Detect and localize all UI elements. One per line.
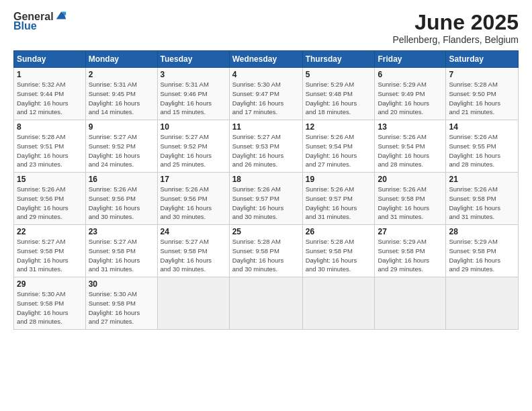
logo-blue: Blue bbox=[13, 20, 37, 32]
day-number: 17 bbox=[161, 175, 226, 184]
daylight-minutes: and 30 minutes. bbox=[232, 213, 278, 220]
sunrise-label: Sunrise: 5:27 AM bbox=[89, 238, 137, 245]
sunrise-label: Sunrise: 5:27 AM bbox=[161, 133, 209, 140]
sunrise-label: Sunrise: 5:29 AM bbox=[306, 81, 354, 88]
calendar-cell bbox=[302, 277, 375, 330]
calendar-cell: 26Sunrise: 5:28 AMSunset: 9:58 PMDayligh… bbox=[302, 225, 375, 277]
sunrise-label: Sunrise: 5:28 AM bbox=[306, 238, 354, 245]
sunrise-label: Sunrise: 5:27 AM bbox=[232, 133, 281, 140]
sunrise-label: Sunrise: 5:29 AM bbox=[378, 238, 426, 245]
daylight-label: Daylight: 16 hours bbox=[17, 309, 69, 316]
calendar-cell: 12Sunrise: 5:26 AMSunset: 9:54 PMDayligh… bbox=[302, 120, 375, 173]
calendar-cell: 11Sunrise: 5:27 AMSunset: 9:53 PMDayligh… bbox=[229, 120, 302, 173]
daylight-minutes: and 29 minutes. bbox=[378, 265, 423, 273]
weekday-header-tuesday: Tuesday bbox=[157, 51, 229, 68]
sunrise-label: Sunrise: 5:26 AM bbox=[306, 133, 354, 140]
day-number: 4 bbox=[232, 70, 300, 79]
calendar-cell: 24Sunrise: 5:27 AMSunset: 9:58 PMDayligh… bbox=[157, 225, 229, 277]
day-info: Sunrise: 5:26 AMSunset: 9:54 PMDaylight:… bbox=[306, 132, 372, 169]
sunrise-label: Sunrise: 5:26 AM bbox=[378, 133, 426, 140]
daylight-minutes: and 28 minutes. bbox=[378, 161, 423, 168]
sunset-label: Sunset: 9:58 PM bbox=[449, 247, 496, 255]
daylight-label: Daylight: 16 hours bbox=[161, 152, 212, 159]
sunset-label: Sunset: 9:58 PM bbox=[378, 195, 425, 202]
calendar-cell: 27Sunrise: 5:29 AMSunset: 9:58 PMDayligh… bbox=[375, 225, 446, 277]
daylight-label: Daylight: 16 hours bbox=[89, 204, 140, 212]
day-info: Sunrise: 5:27 AMSunset: 9:58 PMDaylight:… bbox=[161, 237, 226, 274]
day-info: Sunrise: 5:28 AMSunset: 9:51 PMDaylight:… bbox=[17, 132, 83, 169]
daylight-minutes: and 31 minutes. bbox=[449, 213, 494, 220]
sunrise-label: Sunrise: 5:26 AM bbox=[449, 185, 497, 193]
calendar-cell: 6Sunrise: 5:29 AMSunset: 9:49 PMDaylight… bbox=[375, 68, 446, 120]
calendar-cell: 15Sunrise: 5:26 AMSunset: 9:56 PMDayligh… bbox=[14, 173, 86, 225]
calendar-cell: 22Sunrise: 5:27 AMSunset: 9:58 PMDayligh… bbox=[14, 225, 86, 277]
day-number: 11 bbox=[232, 122, 300, 132]
daylight-label: Daylight: 16 hours bbox=[449, 204, 500, 212]
calendar-week-row: 22Sunrise: 5:27 AMSunset: 9:58 PMDayligh… bbox=[14, 225, 519, 277]
daylight-label: Daylight: 16 hours bbox=[161, 99, 212, 107]
calendar-cell: 13Sunrise: 5:26 AMSunset: 9:54 PMDayligh… bbox=[375, 120, 446, 173]
calendar-cell: 17Sunrise: 5:26 AMSunset: 9:56 PMDayligh… bbox=[157, 173, 229, 225]
day-number: 1 bbox=[17, 70, 83, 79]
calendar-cell: 5Sunrise: 5:29 AMSunset: 9:48 PMDaylight… bbox=[302, 68, 375, 120]
title-block: June 2025 Pellenberg, Flanders, Belgium bbox=[392, 11, 519, 45]
sunrise-label: Sunrise: 5:27 AM bbox=[17, 238, 65, 245]
day-number: 7 bbox=[449, 70, 515, 79]
daylight-label: Daylight: 16 hours bbox=[161, 204, 212, 212]
sunrise-label: Sunrise: 5:26 AM bbox=[449, 133, 497, 140]
daylight-minutes: and 27 minutes. bbox=[306, 161, 351, 168]
calendar-cell bbox=[229, 277, 302, 330]
daylight-label: Daylight: 16 hours bbox=[17, 204, 69, 212]
day-info: Sunrise: 5:26 AMSunset: 9:54 PMDaylight:… bbox=[378, 132, 443, 169]
day-info: Sunrise: 5:27 AMSunset: 9:58 PMDaylight:… bbox=[89, 237, 154, 274]
day-info: Sunrise: 5:26 AMSunset: 9:55 PMDaylight:… bbox=[449, 132, 515, 169]
day-number: 16 bbox=[89, 175, 154, 184]
day-info: Sunrise: 5:26 AMSunset: 9:57 PMDaylight:… bbox=[306, 185, 372, 222]
logo: General Blue bbox=[13, 11, 67, 32]
daylight-label: Daylight: 16 hours bbox=[89, 152, 140, 159]
sunset-label: Sunset: 9:47 PM bbox=[232, 90, 279, 97]
sunset-label: Sunset: 9:58 PM bbox=[232, 247, 279, 255]
daylight-label: Daylight: 16 hours bbox=[232, 99, 284, 107]
calendar-cell: 23Sunrise: 5:27 AMSunset: 9:58 PMDayligh… bbox=[85, 225, 157, 277]
calendar-cell: 28Sunrise: 5:29 AMSunset: 9:58 PMDayligh… bbox=[446, 225, 519, 277]
daylight-minutes: and 31 minutes. bbox=[306, 213, 351, 220]
day-info: Sunrise: 5:27 AMSunset: 9:58 PMDaylight:… bbox=[17, 237, 83, 274]
day-number: 26 bbox=[306, 227, 372, 236]
sunset-label: Sunset: 9:58 PM bbox=[89, 247, 136, 255]
daylight-label: Daylight: 16 hours bbox=[306, 204, 357, 212]
daylight-label: Daylight: 16 hours bbox=[161, 257, 212, 264]
daylight-minutes: and 30 minutes. bbox=[161, 265, 206, 273]
sunrise-label: Sunrise: 5:27 AM bbox=[89, 133, 137, 140]
day-info: Sunrise: 5:26 AMSunset: 9:56 PMDaylight:… bbox=[89, 185, 154, 222]
daylight-minutes: and 31 minutes. bbox=[89, 265, 134, 273]
sunrise-label: Sunrise: 5:26 AM bbox=[378, 185, 426, 193]
day-number: 25 bbox=[232, 227, 300, 236]
day-number: 21 bbox=[449, 175, 515, 184]
sunset-label: Sunset: 9:49 PM bbox=[378, 90, 425, 97]
day-info: Sunrise: 5:32 AMSunset: 9:44 PMDaylight:… bbox=[17, 80, 83, 117]
daylight-label: Daylight: 16 hours bbox=[232, 204, 284, 212]
sunset-label: Sunset: 9:58 PM bbox=[17, 247, 64, 255]
day-info: Sunrise: 5:27 AMSunset: 9:52 PMDaylight:… bbox=[161, 132, 226, 169]
sunset-label: Sunset: 9:58 PM bbox=[449, 195, 496, 202]
daylight-minutes: and 28 minutes. bbox=[17, 318, 62, 325]
day-info: Sunrise: 5:27 AMSunset: 9:52 PMDaylight:… bbox=[89, 132, 154, 169]
day-info: Sunrise: 5:29 AMSunset: 9:49 PMDaylight:… bbox=[378, 80, 443, 117]
day-info: Sunrise: 5:31 AMSunset: 9:46 PMDaylight:… bbox=[161, 80, 226, 117]
day-number: 27 bbox=[378, 227, 443, 236]
weekday-header-wednesday: Wednesday bbox=[229, 51, 302, 68]
daylight-minutes: and 20 minutes. bbox=[378, 108, 423, 116]
day-info: Sunrise: 5:26 AMSunset: 9:58 PMDaylight:… bbox=[378, 185, 443, 222]
day-number: 22 bbox=[17, 227, 83, 236]
sunset-label: Sunset: 9:48 PM bbox=[306, 90, 353, 97]
sunset-label: Sunset: 9:54 PM bbox=[378, 142, 425, 150]
daylight-minutes: and 26 minutes. bbox=[232, 161, 278, 168]
sunrise-label: Sunrise: 5:26 AM bbox=[232, 185, 281, 193]
sunset-label: Sunset: 9:58 PM bbox=[161, 247, 208, 255]
calendar-cell: 16Sunrise: 5:26 AMSunset: 9:56 PMDayligh… bbox=[85, 173, 157, 225]
day-info: Sunrise: 5:30 AMSunset: 9:58 PMDaylight:… bbox=[89, 289, 154, 326]
day-number: 5 bbox=[306, 70, 372, 79]
daylight-minutes: and 30 minutes. bbox=[161, 213, 206, 220]
sunset-label: Sunset: 9:53 PM bbox=[232, 142, 279, 150]
